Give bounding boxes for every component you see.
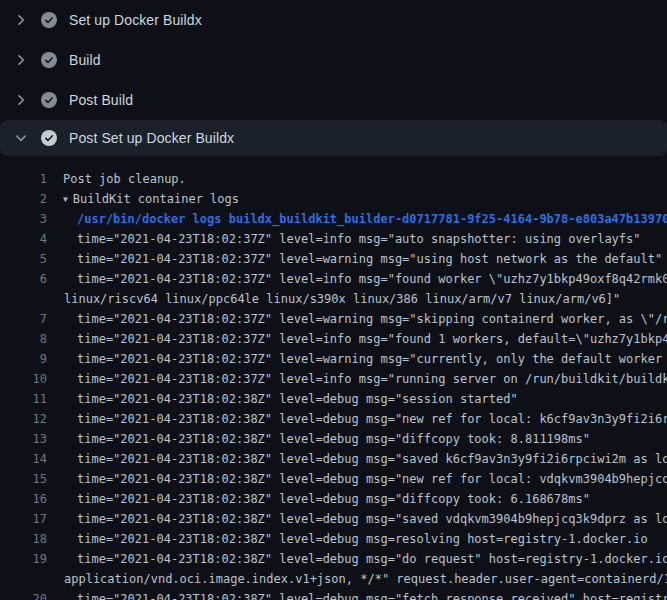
log-line: 5time="2021-04-23T18:02:37Z" level=warni… bbox=[0, 249, 667, 269]
log-text: time="2021-04-23T18:02:38Z" level=debug … bbox=[77, 429, 590, 449]
line-number[interactable]: 11 bbox=[0, 389, 47, 409]
log-group-label: BuildKit container logs bbox=[73, 192, 239, 206]
log-text: time="2021-04-23T18:02:37Z" level=info m… bbox=[77, 229, 641, 249]
chevron-right-icon bbox=[13, 12, 29, 28]
chevron-down-icon bbox=[13, 130, 29, 146]
log-group-toggle[interactable]: ▼BuildKit container logs bbox=[63, 189, 239, 209]
step-row-set-up-docker-buildx[interactable]: Set up Docker Buildx bbox=[0, 0, 667, 40]
line-number[interactable]: 4 bbox=[0, 229, 47, 249]
log-text: time="2021-04-23T18:02:38Z" level=debug … bbox=[77, 489, 590, 509]
check-circle-icon bbox=[41, 92, 57, 108]
log-line: 4time="2021-04-23T18:02:37Z" level=info … bbox=[0, 229, 667, 249]
check-circle-icon bbox=[41, 12, 57, 28]
log-line: 17time="2021-04-23T18:02:38Z" level=debu… bbox=[0, 509, 667, 529]
workflow-log-panel: Set up Docker BuildxBuildPost BuildPost … bbox=[0, 0, 667, 600]
steps-list: Set up Docker BuildxBuildPost BuildPost … bbox=[0, 0, 667, 156]
log-line: 11time="2021-04-23T18:02:38Z" level=debu… bbox=[0, 389, 667, 409]
log-text: time="2021-04-23T18:02:38Z" level=debug … bbox=[77, 449, 667, 469]
step-row-post-set-up-docker-buildx[interactable]: Post Set up Docker Buildx bbox=[0, 120, 667, 156]
log-line: 2▼BuildKit container logs bbox=[0, 189, 667, 209]
line-number bbox=[0, 569, 47, 589]
log-line: 9time="2021-04-23T18:02:37Z" level=warni… bbox=[0, 349, 667, 369]
log-line: 3/usr/bin/docker logs buildx_buildkit_bu… bbox=[0, 209, 667, 229]
log-text: Post job cleanup. bbox=[63, 169, 186, 189]
line-number[interactable]: 19 bbox=[0, 549, 47, 569]
log-line: 12time="2021-04-23T18:02:38Z" level=debu… bbox=[0, 409, 667, 429]
log-text: time="2021-04-23T18:02:38Z" level=debug … bbox=[77, 409, 667, 429]
step-log: 1Post job cleanup.2▼BuildKit container l… bbox=[0, 156, 667, 600]
log-text: time="2021-04-23T18:02:38Z" level=debug … bbox=[77, 469, 667, 489]
log-line: linux/riscv64 linux/ppc64le linux/s390x … bbox=[0, 289, 667, 309]
line-number[interactable]: 1 bbox=[0, 169, 47, 189]
log-line: 8time="2021-04-23T18:02:37Z" level=info … bbox=[0, 329, 667, 349]
log-text: time="2021-04-23T18:02:38Z" level=debug … bbox=[77, 389, 518, 409]
log-line: 1Post job cleanup. bbox=[0, 169, 667, 189]
log-text: application/vnd.oci.image.index.v1+json,… bbox=[64, 569, 667, 589]
line-number[interactable]: 20 bbox=[0, 589, 47, 600]
log-text: time="2021-04-23T18:02:38Z" level=debug … bbox=[77, 509, 667, 529]
chevron-right-icon bbox=[13, 52, 29, 68]
line-number[interactable]: 9 bbox=[0, 349, 47, 369]
log-command-text: /usr/bin/docker logs buildx_buildkit_bui… bbox=[77, 209, 667, 229]
log-text: time="2021-04-23T18:02:38Z" level=debug … bbox=[77, 549, 667, 569]
log-line: 15time="2021-04-23T18:02:38Z" level=debu… bbox=[0, 469, 667, 489]
check-circle-icon bbox=[41, 130, 57, 146]
line-number[interactable]: 2 bbox=[0, 189, 47, 209]
line-number[interactable]: 6 bbox=[0, 269, 47, 289]
log-line: 10time="2021-04-23T18:02:37Z" level=info… bbox=[0, 369, 667, 389]
line-number[interactable]: 8 bbox=[0, 329, 47, 349]
line-number[interactable]: 7 bbox=[0, 309, 47, 329]
log-line: 16time="2021-04-23T18:02:38Z" level=debu… bbox=[0, 489, 667, 509]
log-line: 7time="2021-04-23T18:02:37Z" level=warni… bbox=[0, 309, 667, 329]
step-row-build[interactable]: Build bbox=[0, 40, 667, 80]
log-line: 19time="2021-04-23T18:02:38Z" level=debu… bbox=[0, 549, 667, 569]
log-line: 14time="2021-04-23T18:02:38Z" level=debu… bbox=[0, 449, 667, 469]
line-number[interactable]: 3 bbox=[0, 209, 47, 229]
line-number bbox=[0, 289, 47, 309]
log-text: time="2021-04-23T18:02:38Z" level=debug … bbox=[77, 589, 667, 600]
step-title: Set up Docker Buildx bbox=[69, 12, 202, 28]
chevron-right-icon bbox=[13, 92, 29, 108]
step-row-post-build[interactable]: Post Build bbox=[0, 80, 667, 120]
line-number[interactable]: 16 bbox=[0, 489, 47, 509]
line-number[interactable]: 18 bbox=[0, 529, 47, 549]
step-title: Post Build bbox=[69, 92, 133, 108]
log-text: time="2021-04-23T18:02:37Z" level=info m… bbox=[77, 329, 667, 349]
line-number[interactable]: 15 bbox=[0, 469, 47, 489]
line-number[interactable]: 12 bbox=[0, 409, 47, 429]
log-line: 20time="2021-04-23T18:02:38Z" level=debu… bbox=[0, 589, 667, 600]
log-line: 13time="2021-04-23T18:02:38Z" level=debu… bbox=[0, 429, 667, 449]
line-number[interactable]: 5 bbox=[0, 249, 47, 269]
line-number[interactable]: 10 bbox=[0, 369, 47, 389]
line-number[interactable]: 14 bbox=[0, 449, 47, 469]
check-circle-icon bbox=[41, 52, 57, 68]
collapse-triangle-icon[interactable]: ▼ bbox=[63, 190, 68, 209]
log-text: time="2021-04-23T18:02:37Z" level=info m… bbox=[77, 269, 667, 289]
line-number[interactable]: 13 bbox=[0, 429, 47, 449]
log-line: 6time="2021-04-23T18:02:37Z" level=info … bbox=[0, 269, 667, 289]
log-text: time="2021-04-23T18:02:37Z" level=warnin… bbox=[77, 309, 667, 329]
log-text: time="2021-04-23T18:02:37Z" level=warnin… bbox=[77, 249, 662, 269]
log-text: time="2021-04-23T18:02:38Z" level=debug … bbox=[77, 529, 648, 549]
step-title: Build bbox=[69, 52, 101, 68]
log-line: application/vnd.oci.image.index.v1+json,… bbox=[0, 569, 667, 589]
line-number[interactable]: 17 bbox=[0, 509, 47, 529]
log-text: time="2021-04-23T18:02:37Z" level=warnin… bbox=[77, 349, 667, 369]
log-text: linux/riscv64 linux/ppc64le linux/s390x … bbox=[64, 289, 620, 309]
log-text: time="2021-04-23T18:02:37Z" level=info m… bbox=[77, 369, 667, 389]
step-title: Post Set up Docker Buildx bbox=[69, 130, 234, 146]
log-line: 18time="2021-04-23T18:02:38Z" level=debu… bbox=[0, 529, 667, 549]
